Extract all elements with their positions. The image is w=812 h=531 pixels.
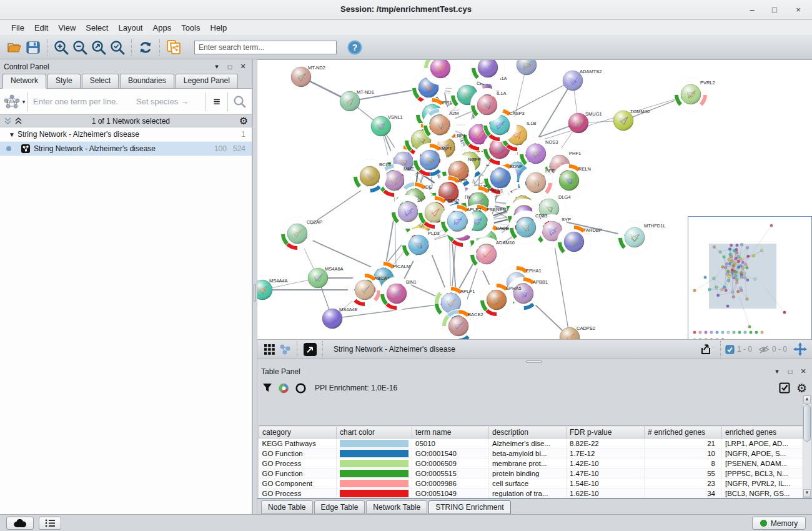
cloud-button[interactable] bbox=[6, 517, 34, 530]
zoom-fit-icon[interactable] bbox=[89, 39, 108, 56]
close-button[interactable]: × bbox=[792, 4, 805, 16]
zoom-selected-icon[interactable] bbox=[108, 39, 127, 56]
column-header-category[interactable]: category bbox=[259, 426, 337, 439]
gear-icon[interactable]: ⚙ bbox=[239, 116, 248, 126]
graph-node[interactable]: MT-ND1 bbox=[340, 89, 374, 111]
graph-node[interactable]: MS4A4A bbox=[257, 278, 288, 300]
table-scrollbar[interactable]: ▲ ▼ bbox=[803, 395, 811, 498]
table-row[interactable]: GO ComponentGO:0009986cell surface1.54E-… bbox=[259, 479, 805, 489]
graph-node[interactable]: MS4A6A bbox=[308, 266, 344, 288]
menu-view[interactable]: View bbox=[53, 21, 81, 34]
grid-view-icon[interactable] bbox=[261, 340, 277, 358]
column-header-chart-color[interactable]: chart color bbox=[337, 426, 412, 439]
graph-node[interactable]: MS4A4E bbox=[322, 307, 358, 329]
graph-node[interactable]: EPHA5 bbox=[480, 284, 522, 317]
navigate-crosshair-icon[interactable] bbox=[793, 342, 807, 356]
graph-node[interactable]: BIN1 bbox=[380, 277, 417, 310]
enrichment-table[interactable]: categorychart colorterm namedescriptionF… bbox=[259, 425, 804, 498]
splitter-grip[interactable] bbox=[254, 284, 256, 302]
birds-eye-view[interactable] bbox=[688, 216, 812, 339]
tree-expand-icon[interactable]: ▼ bbox=[9, 131, 17, 138]
network-canvas[interactable]: MT-ND2MT-ND1VSNL1GAB2ADAMTS2PVRL2SMUG1TO… bbox=[257, 59, 812, 339]
export-network-icon[interactable] bbox=[697, 340, 716, 358]
save-session-icon[interactable] bbox=[24, 39, 42, 56]
zoom-out-icon[interactable] bbox=[71, 39, 89, 56]
selected-checkbox-icon[interactable] bbox=[725, 345, 735, 354]
tab-string-enrichment[interactable]: STRING Enrichment bbox=[428, 500, 510, 514]
column-header--enriched-genes[interactable]: # enriched genes bbox=[645, 426, 722, 439]
maximize-button[interactable]: □ bbox=[768, 4, 781, 16]
column-header-description[interactable]: description bbox=[489, 426, 567, 439]
menu-apps[interactable]: Apps bbox=[148, 21, 177, 34]
string-search-icon[interactable] bbox=[228, 95, 252, 109]
panel-collapse-icon[interactable]: ▾ bbox=[772, 367, 782, 375]
menu-edit[interactable]: Edit bbox=[29, 21, 53, 34]
annotation-mode-icon[interactable] bbox=[302, 340, 318, 358]
minimize-button[interactable]: – bbox=[746, 4, 758, 16]
graph-node[interactable]: VSNL1 bbox=[371, 114, 403, 136]
scroll-up-icon[interactable]: ▲ bbox=[803, 395, 811, 404]
graph-node[interactable]: TARDBP bbox=[558, 226, 602, 259]
search-input[interactable] bbox=[194, 41, 337, 54]
graph-node[interactable]: ADAMTS2 bbox=[563, 69, 602, 91]
tab-select[interactable]: Select bbox=[82, 74, 119, 88]
expand-all-icon[interactable] bbox=[4, 117, 12, 125]
tab-node-table[interactable]: Node Table bbox=[261, 500, 313, 514]
graph-node[interactable]: TOMM40 bbox=[613, 109, 650, 131]
table-row[interactable]: GO ProcessGO:0051049regulation of tra...… bbox=[259, 489, 805, 499]
menu-select[interactable]: Select bbox=[81, 21, 113, 34]
enrichment-chart-icon[interactable] bbox=[279, 383, 289, 394]
refresh-icon[interactable] bbox=[136, 39, 155, 56]
tab-network-table[interactable]: Network Table bbox=[366, 500, 427, 514]
select-columns-icon[interactable] bbox=[779, 382, 790, 394]
column-header-FDR-p-value[interactable]: FDR p-value bbox=[567, 426, 645, 439]
graph-node[interactable]: MTHFD1L bbox=[618, 221, 666, 254]
tab-boundaries[interactable]: Boundaries bbox=[120, 74, 174, 88]
help-icon[interactable]: ? bbox=[345, 39, 364, 56]
menu-file[interactable]: File bbox=[6, 21, 29, 34]
splitter-grip[interactable] bbox=[526, 360, 542, 363]
tab-network[interactable]: Network bbox=[2, 74, 46, 88]
tab-legend-panel[interactable]: Legend Panel bbox=[176, 74, 238, 88]
graph-node[interactable]: CADPS2 bbox=[560, 325, 595, 339]
string-query-input[interactable] bbox=[28, 97, 205, 106]
string-options-icon[interactable]: ≡ bbox=[206, 95, 227, 109]
scrollbar-thumb[interactable] bbox=[803, 404, 811, 442]
hidden-eye-icon[interactable] bbox=[758, 345, 770, 354]
menu-tools[interactable]: Tools bbox=[176, 21, 205, 34]
clone-network-icon[interactable] bbox=[164, 39, 183, 56]
network-share-icon[interactable] bbox=[277, 340, 292, 358]
network-collection-row[interactable]: ▼ String Network - Alzheimer's disease 1 bbox=[0, 127, 252, 142]
task-list-button[interactable] bbox=[39, 517, 61, 530]
graph-node[interactable]: MT-ND2 bbox=[291, 65, 325, 87]
table-row[interactable]: GO FunctionGO:0001540beta-amyloid bi...1… bbox=[259, 449, 805, 459]
graph-node[interactable]: GGA3 bbox=[517, 60, 547, 75]
horizontal-splitter[interactable] bbox=[257, 359, 812, 364]
table-row[interactable]: GO ProcessGO:0006509membrane prot...1.42… bbox=[259, 459, 805, 469]
ring-chart-icon[interactable] bbox=[295, 383, 306, 394]
filter-funnel-icon[interactable] bbox=[262, 383, 272, 393]
table-settings-gear-icon[interactable]: ⚙ bbox=[796, 382, 807, 394]
vertical-splitter[interactable] bbox=[252, 59, 257, 514]
table-row[interactable]: GO FunctionGO:0005515protein binding1.47… bbox=[259, 469, 805, 479]
graph-node[interactable]: BACE2 bbox=[442, 310, 483, 340]
panel-close-icon[interactable]: ✕ bbox=[238, 62, 248, 71]
open-session-icon[interactable] bbox=[5, 39, 24, 56]
scroll-down-icon[interactable]: ▼ bbox=[803, 489, 811, 497]
menu-help[interactable]: Help bbox=[205, 21, 232, 34]
graph-node[interactable]: ADAM10 bbox=[470, 238, 515, 271]
panel-collapse-icon[interactable]: ▾ bbox=[212, 62, 222, 71]
tab-edge-table[interactable]: Edge Table bbox=[314, 500, 365, 514]
memory-button[interactable]: Memory bbox=[752, 517, 806, 530]
collapse-all-icon[interactable] bbox=[14, 117, 22, 125]
graph-node[interactable]: RELN bbox=[553, 164, 592, 197]
menu-layout[interactable]: Layout bbox=[113, 21, 147, 34]
graph-node[interactable]: PVRL2 bbox=[675, 78, 715, 111]
network-row[interactable]: String Network - Alzheimer's disease 100… bbox=[0, 142, 252, 156]
panel-close-icon[interactable]: ✕ bbox=[798, 367, 808, 375]
tab-style[interactable]: Style bbox=[47, 74, 81, 88]
graph-node[interactable]: PLD3 bbox=[402, 229, 440, 262]
graph-node[interactable]: CD2AP bbox=[281, 217, 323, 251]
string-logo-icon[interactable]: STRING ▾ bbox=[0, 94, 27, 110]
zoom-in-icon[interactable] bbox=[52, 39, 71, 56]
